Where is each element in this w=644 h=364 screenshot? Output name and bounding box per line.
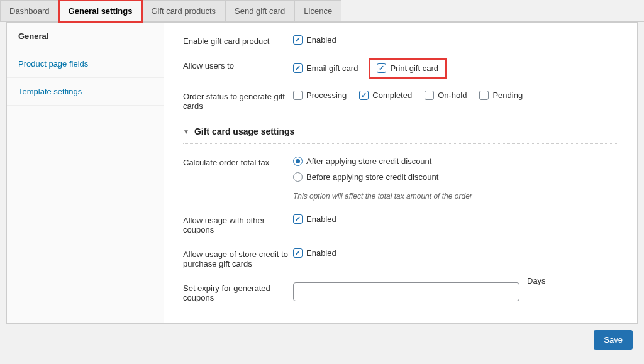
radio-before-wrap: Before applying store credit discount [293,172,472,182]
tab-licence[interactable]: Licence [294,0,341,21]
tab-send-gift-card[interactable]: Send gift card [225,0,294,21]
row-store-credit: Allow usage of store credit to purchase … [183,248,618,268]
radio-after-wrap: After applying store credit discount [293,157,472,166]
tab-gift-card-products[interactable]: Gift card products [142,0,225,21]
checkbox-other-coupons[interactable] [293,214,303,224]
section-usage-title: Gift card usage settings [194,126,294,136]
checkbox-pending[interactable] [479,91,489,100]
label-allow-users: Allow users to [183,60,293,70]
checkbox-enabled-wrap: Enabled [293,35,336,45]
checkbox-print-wrap: Print gift card [370,60,445,77]
label-other-coupons: Allow usage with other coupons [183,214,293,234]
row-other-coupons: Allow usage with other coupons Enabled [183,214,618,234]
sidebar-item-template-settings[interactable]: Template settings [7,78,164,106]
sidebar: General Product page fields Template set… [7,23,164,323]
radio-before-label: Before applying store credit discount [306,172,438,182]
checkbox-onhold-wrap: On-hold [425,91,467,100]
checkbox-onhold-label: On-hold [438,91,467,100]
label-store-credit: Allow usage of store credit to purchase … [183,248,293,268]
radio-after-label: After applying store credit discount [306,157,431,166]
calc-tax-help: This option will affect the total tax am… [293,192,472,201]
checkbox-enabled-label: Enabled [306,35,336,45]
checkbox-completed-label: Completed [372,91,412,100]
row-expiry: Set expiry for generated coupons Days [183,282,618,302]
row-allow-users: Allow users to Email gift card Print gif… [183,60,618,77]
checkbox-email-wrap: Email gift card [293,63,358,73]
checkbox-store-credit[interactable] [293,248,303,258]
tab-general-settings[interactable]: General settings [59,0,142,21]
checkbox-processing-wrap: Processing [293,91,347,100]
row-calc-tax: Calculate order total tax After applying… [183,157,618,201]
checkbox-onhold[interactable] [425,91,434,100]
checkbox-processing[interactable] [293,91,303,100]
checkbox-completed[interactable] [359,91,369,100]
checkbox-pending-wrap: Pending [479,91,523,100]
footer: Save [0,324,644,356]
save-button[interactable]: Save [594,330,633,350]
checkbox-pending-label: Pending [492,91,523,100]
checkbox-other-coupons-wrap: Enabled [293,214,336,224]
checkbox-completed-wrap: Completed [359,91,412,100]
checkbox-other-coupons-label: Enabled [306,214,336,224]
checkbox-processing-label: Processing [306,91,347,100]
main-panel: Enable gift card product Enabled Allow u… [164,23,637,323]
label-calc-tax: Calculate order total tax [183,157,293,167]
settings-container: General Product page fields Template set… [6,22,638,324]
input-expiry-days[interactable] [293,282,519,301]
tabs-bar: Dashboard General settings Gift card pro… [0,0,644,22]
checkbox-print-label: Print gift card [390,63,438,73]
tab-dashboard[interactable]: Dashboard [0,0,59,21]
row-order-status: Order status to generate gift cards Proc… [183,91,618,111]
sidebar-item-general[interactable]: General [7,23,164,50]
checkbox-print-gift-card[interactable] [377,63,386,73]
sidebar-item-product-page-fields[interactable]: Product page fields [7,50,164,78]
section-usage-header[interactable]: ▼ Gift card usage settings [183,126,618,140]
radio-before[interactable] [293,172,303,182]
row-enable-product: Enable gift card product Enabled [183,35,618,46]
checkbox-store-credit-label: Enabled [306,248,336,258]
label-order-status: Order status to generate gift cards [183,91,293,111]
radio-group-tax: After applying store credit discount Bef… [293,157,472,201]
checkbox-store-credit-wrap: Enabled [293,248,336,258]
triangle-icon: ▼ [183,128,189,135]
section-divider [183,143,618,144]
checkbox-enabled[interactable] [293,35,303,45]
checkbox-email-gift-card[interactable] [293,63,303,73]
checkbox-email-label: Email gift card [306,63,358,73]
label-expiry: Set expiry for generated coupons [183,282,293,302]
label-days-unit: Days [527,276,546,285]
radio-after[interactable] [293,157,303,166]
label-enable-product: Enable gift card product [183,35,293,46]
